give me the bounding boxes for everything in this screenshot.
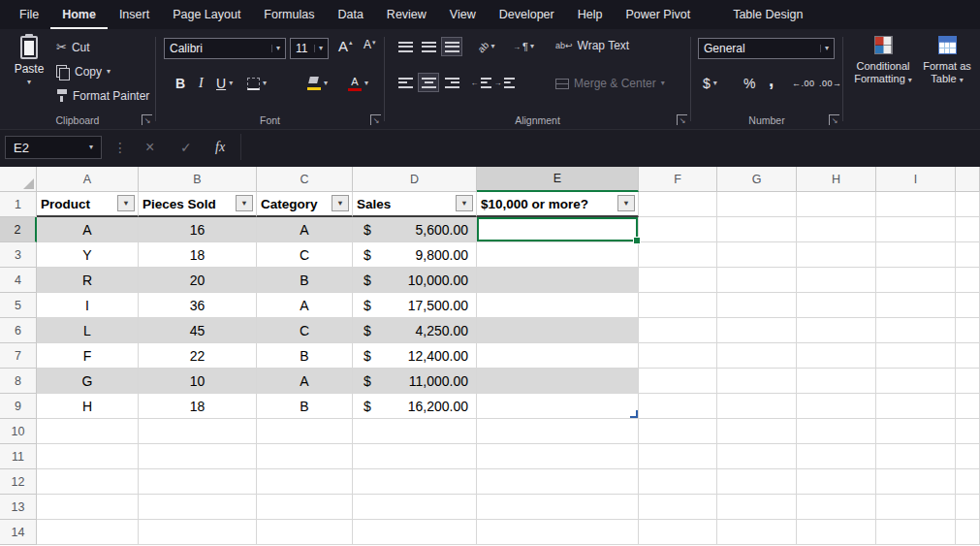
row-header-11[interactable]: 11 — [0, 444, 37, 469]
filter-button-10-000-or-more[interactable]: ▼ — [617, 195, 635, 211]
cell-B11[interactable] — [139, 444, 257, 469]
cell-D3[interactable]: $9,800.00 — [353, 242, 477, 268]
table-header-cell-E1[interactable]: $10,000 or more?▼ — [477, 192, 639, 217]
cell-A9[interactable]: H — [37, 394, 139, 419]
cell-E9[interactable] — [477, 394, 639, 419]
cell-F10[interactable] — [639, 419, 717, 444]
row-header-1[interactable]: 1 — [0, 192, 37, 217]
cell-B12[interactable] — [139, 469, 257, 495]
tab-file[interactable]: File — [8, 0, 50, 29]
cell-C13[interactable] — [257, 495, 353, 520]
cell-B10[interactable] — [139, 419, 257, 444]
cell-D10[interactable] — [353, 419, 477, 444]
column-header-c[interactable]: C — [257, 167, 353, 192]
cell-G8[interactable] — [717, 369, 797, 394]
tab-view[interactable]: View — [438, 0, 488, 29]
filter-button-category[interactable]: ▼ — [332, 195, 349, 211]
row-header-14[interactable]: 14 — [0, 520, 37, 545]
cell-D5[interactable]: $17,500.00 — [353, 293, 477, 318]
column-header-d[interactable]: D — [353, 167, 477, 192]
cell-F6[interactable] — [639, 318, 717, 343]
cell-C5[interactable]: A — [257, 293, 353, 318]
cell-I3[interactable] — [876, 242, 956, 268]
cell-A6[interactable]: L — [37, 318, 139, 343]
italic-button[interactable]: I — [199, 72, 204, 95]
cell-C6[interactable]: C — [257, 318, 353, 343]
cell-E7[interactable] — [477, 343, 639, 369]
tab-help[interactable]: Help — [566, 0, 615, 29]
cell-G13[interactable] — [717, 495, 797, 520]
cell-C9[interactable]: B — [257, 394, 353, 419]
comma-style-button[interactable]: , — [769, 72, 774, 95]
cell-C7[interactable]: B — [257, 343, 353, 369]
underline-button[interactable]: U ▾ — [216, 72, 233, 95]
cell-F7[interactable] — [639, 343, 717, 369]
cell-F11[interactable] — [639, 444, 717, 469]
tab-power-pivot[interactable]: Power Pivot — [614, 0, 702, 29]
cut-button[interactable]: ✂ Cut — [56, 35, 149, 59]
insert-function-icon[interactable]: fx — [215, 136, 225, 159]
fill-color-button[interactable]: ▾ — [307, 72, 328, 95]
top-align-button[interactable] — [395, 37, 416, 56]
selected-cell-E2[interactable] — [477, 217, 639, 242]
cell-H10[interactable] — [797, 419, 876, 444]
cell-D11[interactable] — [353, 444, 477, 469]
cell-H11[interactable] — [797, 444, 876, 469]
row-header-10[interactable]: 10 — [0, 419, 37, 444]
cell-E10[interactable] — [477, 419, 639, 444]
name-box-dropdown-icon[interactable]: ▾ — [89, 144, 93, 151]
cell-C10[interactable] — [257, 419, 353, 444]
cell-B4[interactable]: 20 — [139, 268, 257, 293]
cell-G7[interactable] — [717, 343, 797, 369]
cell-D9[interactable]: $16,200.00 — [353, 394, 477, 419]
cell-B8[interactable]: 10 — [139, 369, 257, 394]
table-header-cell-B1[interactable]: Pieces Sold▼ — [139, 192, 257, 217]
copy-button[interactable]: Copy ▾ — [56, 59, 149, 83]
cell-C11[interactable] — [257, 444, 353, 469]
cell-E4[interactable] — [477, 268, 639, 293]
cell-G9[interactable] — [717, 394, 797, 419]
cell-I12[interactable] — [876, 469, 956, 495]
tab-insert[interactable]: Insert — [108, 0, 161, 29]
cell-C3[interactable]: C — [257, 242, 353, 268]
cell-A3[interactable]: Y — [37, 242, 139, 268]
percent-style-button[interactable]: % — [743, 72, 755, 95]
tab-table-design[interactable]: Table Design — [721, 0, 814, 29]
tab-review[interactable]: Review — [375, 0, 438, 29]
decrease-decimal-button[interactable]: .00→ — [819, 72, 842, 95]
cell-F13[interactable] — [639, 495, 717, 520]
cell-H3[interactable] — [797, 242, 876, 268]
row-header-5[interactable]: 5 — [0, 293, 37, 318]
cell-E11[interactable] — [477, 444, 639, 469]
filter-button-sales[interactable]: ▼ — [456, 195, 473, 211]
cell-I7[interactable] — [876, 343, 956, 369]
cell-F8[interactable] — [639, 369, 717, 394]
cell-D14[interactable] — [353, 520, 477, 545]
cell-B3[interactable]: 18 — [139, 242, 257, 268]
cell-C12[interactable] — [257, 469, 353, 495]
row-header-6[interactable]: 6 — [0, 318, 37, 343]
cell-G5[interactable] — [717, 293, 797, 318]
cell-E13[interactable] — [477, 495, 639, 520]
cell-E5[interactable] — [477, 293, 639, 318]
cell-H1[interactable] — [797, 192, 876, 217]
cell-A11[interactable] — [37, 444, 139, 469]
cell-B9[interactable]: 18 — [139, 394, 257, 419]
cell-H5[interactable] — [797, 293, 876, 318]
table-header-cell-D1[interactable]: Sales▼ — [353, 192, 477, 217]
conditional-formatting-button[interactable]: Conditional Formatting ▾ — [851, 36, 915, 85]
table-header-cell-C1[interactable]: Category▼ — [257, 192, 353, 217]
cell-H14[interactable] — [797, 520, 876, 545]
text-direction-button[interactable]: →¶ ▾ — [509, 37, 538, 56]
filter-button-product[interactable]: ▼ — [117, 195, 135, 211]
align-right-button[interactable] — [441, 73, 462, 92]
cell-E8[interactable] — [477, 369, 639, 394]
cell-F5[interactable] — [639, 293, 717, 318]
cell-A7[interactable]: F — [37, 343, 139, 369]
cell-A4[interactable]: R — [37, 268, 139, 293]
row-header-7[interactable]: 7 — [0, 343, 37, 369]
cell-E14[interactable] — [477, 520, 639, 545]
column-header-e[interactable]: E — [477, 167, 639, 192]
table-header-cell-A1[interactable]: Product▼ — [37, 192, 139, 217]
cell-H13[interactable] — [797, 495, 876, 520]
